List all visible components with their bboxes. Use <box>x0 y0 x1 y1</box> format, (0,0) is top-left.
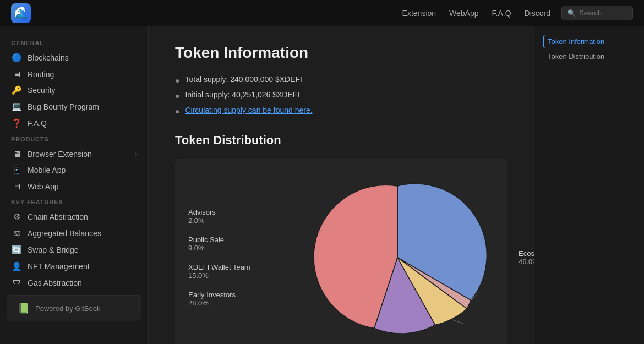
toc-token-information[interactable]: Token Information <box>543 35 635 48</box>
search-box[interactable]: 🔍 <box>561 6 633 20</box>
faq-icon: ❓ <box>11 118 22 128</box>
mobile-app-icon: 📱 <box>11 165 22 175</box>
total-supply-text: Total supply: 240,000,000 $XDEFI <box>185 75 302 84</box>
chart-label-ecosystem-fund: Ecosystem Fund 46.0% <box>519 249 534 266</box>
layout: GENERAL 🔵 Blockchains 🖥 Routing 🔑 Securi… <box>0 26 644 344</box>
initial-supply-text: Initial supply: 40,251,026 $XDEFI <box>185 90 299 99</box>
toc-token-distribution[interactable]: Token Distribution <box>543 50 635 63</box>
bullet-initial-supply: ● Initial supply: 40,251,026 $XDEFI <box>175 90 507 100</box>
gas-abstraction-icon: 🛡 <box>11 278 22 287</box>
sidebar-item-label: Browser Extension <box>28 150 129 159</box>
sidebar-item-label: Chain Abstraction <box>28 212 137 221</box>
sidebar-item-label: F.A.Q <box>28 119 137 128</box>
sidebar-item-label: Routing <box>28 70 137 79</box>
chevron-right-icon: › <box>135 150 137 158</box>
sidebar-item-label: NFT Management <box>28 262 137 271</box>
bullet-dot: ● <box>175 76 179 85</box>
security-icon: 🔑 <box>11 85 22 95</box>
features-section-label: KEY FEATURES <box>0 194 148 209</box>
chart-labels-right: Ecosystem Fund 46.0% <box>519 249 534 266</box>
sidebar-item-aggregated-balances[interactable]: ⚖ Aggregated Balances <box>0 225 148 242</box>
nav-discord[interactable]: Discord <box>525 9 550 18</box>
sidebar-item-label: Web App <box>28 182 137 191</box>
chart-container: Advisors 2.0% Public Sale 9.0% XDEFI Wal… <box>175 159 507 344</box>
sidebar-item-label: Aggregated Balances <box>28 229 137 238</box>
bug-bounty-icon: 💻 <box>11 102 22 112</box>
token-info-list: ● Total supply: 240,000,000 $XDEFI ● Ini… <box>175 75 507 116</box>
chart-label-public-sale: Public Sale 9.0% <box>188 236 276 252</box>
sidebar-item-faq[interactable]: ❓ F.A.Q <box>0 115 148 132</box>
sidebar-item-nft-management[interactable]: 👤 NFT Management <box>0 258 148 275</box>
aggregated-balances-icon: ⚖ <box>11 228 22 238</box>
sidebar-item-web-app[interactable]: 🖥 Web App <box>0 178 148 194</box>
chart-section-title: Token Distribution <box>175 133 507 148</box>
sidebar-item-label: Blockchains <box>28 53 137 62</box>
chain-abstraction-icon: ⚙ <box>11 212 22 222</box>
bullet-total-supply: ● Total supply: 240,000,000 $XDEFI <box>175 75 507 85</box>
sidebar-item-mobile-app[interactable]: 📱 Mobile App <box>0 162 148 178</box>
sidebar-item-routing[interactable]: 🖥 Routing <box>0 66 148 82</box>
gitbook-label: Powered by GitBook <box>35 304 101 313</box>
bullet-circulating-supply: ● Circulating supply can be found here. <box>175 106 507 116</box>
nav-webapp[interactable]: WebApp <box>449 9 478 18</box>
circulating-supply-link[interactable]: Circulating supply can be found here. <box>185 106 312 114</box>
chart-label-early-investors: Early Investors 28.0% <box>188 291 276 307</box>
gitbook-icon: 📗 <box>18 302 30 314</box>
sidebar-item-label: Swap & Bridge <box>28 245 137 254</box>
sidebar-item-swap-bridge[interactable]: 🔄 Swap & Bridge <box>0 242 148 258</box>
gitbook-footer[interactable]: 📗 Powered by GitBook <box>7 295 141 321</box>
chart-labels-left: Advisors 2.0% Public Sale 9.0% XDEFI Wal… <box>188 208 276 307</box>
page-title: Token Information <box>175 44 507 62</box>
bullet-dot: ● <box>175 107 179 116</box>
chart-label-xdefi-team: XDEFI Wallet Team 15.0% <box>188 263 276 280</box>
products-section-label: PRODUCTS <box>0 132 148 146</box>
blockchains-icon: 🔵 <box>11 53 22 63</box>
chart-label-advisors: Advisors 2.0% <box>188 208 276 225</box>
sidebar-item-label: Mobile App <box>28 166 137 174</box>
general-section-label: GENERAL <box>0 35 148 50</box>
swap-bridge-icon: 🔄 <box>11 245 22 255</box>
svg-line-1 <box>452 320 463 324</box>
sidebar-item-label: Bug Bounty Program <box>28 102 137 111</box>
sidebar: GENERAL 🔵 Blockchains 🖥 Routing 🔑 Securi… <box>0 26 149 344</box>
bullet-dot: ● <box>175 91 179 100</box>
pie-chart <box>298 175 496 340</box>
app-logo[interactable]: 🌊 <box>11 3 31 23</box>
sidebar-item-browser-extension[interactable]: 🖥 Browser Extension › <box>0 146 148 162</box>
sidebar-item-bug-bounty[interactable]: 💻 Bug Bounty Program <box>0 99 148 115</box>
browser-extension-icon: 🖥 <box>11 149 22 159</box>
search-icon: 🔍 <box>567 9 576 17</box>
nav-extension[interactable]: Extension <box>402 9 436 18</box>
sidebar-item-label: Security <box>28 86 137 95</box>
sidebar-item-gas-abstraction[interactable]: 🛡 Gas Abstraction <box>0 275 148 291</box>
sidebar-item-chain-abstraction[interactable]: ⚙ Chain Abstraction <box>0 209 148 225</box>
sidebar-item-label: Gas Abstraction <box>28 279 137 287</box>
web-app-icon: 🖥 <box>11 182 22 191</box>
topnav: 🌊 Extension WebApp F.A.Q Discord 🔍 <box>0 0 644 26</box>
nav-links: Extension WebApp F.A.Q Discord <box>402 9 550 18</box>
nft-management-icon: 👤 <box>11 261 22 271</box>
routing-icon: 🖥 <box>11 69 22 79</box>
toc-panel: Token Information Token Distribution <box>534 26 644 344</box>
main-content: Token Information ● Total supply: 240,00… <box>149 26 534 344</box>
search-input[interactable] <box>579 9 627 17</box>
nav-faq[interactable]: F.A.Q <box>492 9 511 18</box>
sidebar-item-blockchains[interactable]: 🔵 Blockchains <box>0 50 148 66</box>
sidebar-item-security[interactable]: 🔑 Security <box>0 82 148 99</box>
